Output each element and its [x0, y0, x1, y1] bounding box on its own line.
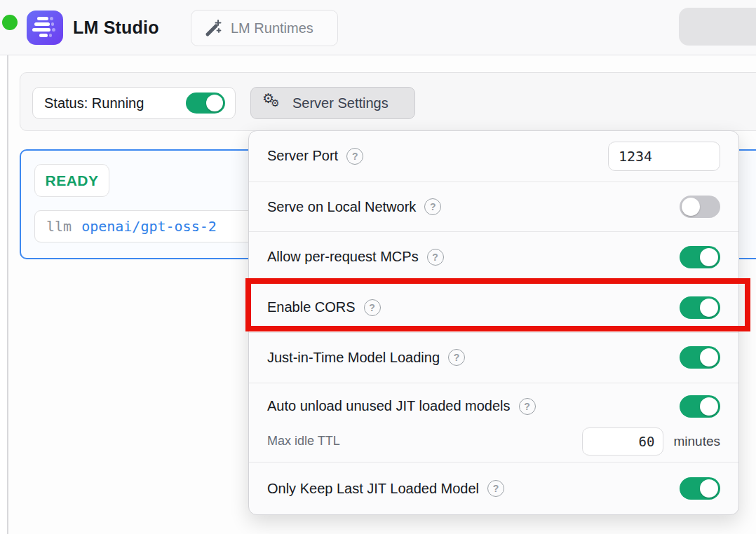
toggle-knob [700, 248, 718, 266]
settings-row: Server Port ? [249, 131, 738, 182]
lm-runtimes-label: LM Runtimes [231, 20, 313, 36]
row-control [680, 296, 720, 319]
gears-icon: ⚙⚙ [262, 93, 283, 114]
row-label: Enable CORS [267, 299, 356, 315]
ready-status-badge: READY [34, 164, 109, 197]
row-label: Allow per-request MCPs [267, 249, 419, 265]
row-control [608, 142, 720, 171]
settings-row: Enable CORS ? [249, 282, 738, 332]
max-idle-ttl-input[interactable] [582, 427, 663, 456]
just-in-time-model-loading-toggle[interactable] [680, 346, 720, 369]
only-keep-last-jit-loaded-model-toggle[interactable] [680, 477, 720, 500]
toggle-knob [206, 95, 223, 111]
model-name-link: openai/gpt-oss-2 [81, 218, 217, 235]
help-icon[interactable]: ? [448, 349, 465, 366]
settings-row: Just-in-Time Model Loading ? [249, 332, 738, 383]
server-status-label: Status: Running [44, 95, 186, 111]
settings-row: Allow per-request MCPs ? [249, 231, 738, 282]
server-port-input[interactable] [608, 142, 720, 171]
settings-row: Only Keep Last JIT Loaded Model ? [249, 462, 738, 514]
sub-label: Max idle TTL [267, 434, 340, 449]
model-type-label: llm [46, 218, 72, 235]
settings-row: Serve on Local Network ? [249, 182, 738, 232]
row-control [680, 346, 720, 369]
settings-row: Auto unload unused JIT loaded models ? M… [249, 383, 738, 463]
toggle-knob [700, 479, 718, 498]
toggle-knob [682, 198, 700, 216]
topbar-right-button[interactable] [679, 8, 756, 46]
help-icon[interactable]: ? [519, 398, 536, 415]
serve-on-local-network-toggle[interactable] [680, 196, 720, 218]
sub-unit-label: minutes [673, 434, 720, 449]
row-control [680, 395, 720, 418]
help-icon[interactable]: ? [364, 299, 381, 316]
app-title: LM Studio [73, 0, 159, 55]
server-settings-label: Server Settings [292, 95, 389, 111]
toggle-knob [700, 348, 718, 367]
help-icon[interactable]: ? [427, 249, 444, 266]
row-label: Only Keep Last JIT Loaded Model [267, 481, 479, 497]
window-control-green-icon[interactable] [2, 15, 18, 30]
row-control [680, 196, 720, 218]
row-label: Server Port [267, 148, 338, 164]
help-icon[interactable]: ? [424, 198, 441, 215]
server-status-toggle[interactable] [186, 93, 225, 114]
server-settings-popover: Server Port ? Serve on Local Network ? A… [248, 130, 739, 515]
row-label: Auto unload unused JIT loaded models [267, 398, 511, 414]
row-control [680, 477, 720, 500]
lm-studio-logo-icon [27, 11, 63, 45]
titlebar: LM Studio LM Runtimes [0, 0, 756, 55]
row-label: Serve on Local Network [267, 199, 416, 215]
help-icon[interactable]: ? [346, 148, 363, 165]
enable-cors-toggle[interactable] [680, 296, 720, 319]
allow-per-request-mcps-toggle[interactable] [680, 246, 720, 268]
magic-wand-icon [204, 19, 222, 37]
row-label: Just-in-Time Model Loading [267, 350, 440, 366]
help-icon[interactable]: ? [487, 480, 504, 497]
server-settings-button[interactable]: ⚙⚙ Server Settings [250, 87, 415, 119]
toggle-knob [700, 397, 718, 416]
row-control [680, 246, 720, 268]
auto-unload-unused-jit-loaded-models-toggle[interactable] [680, 395, 720, 418]
lm-runtimes-button[interactable]: LM Runtimes [191, 10, 338, 46]
server-status-chip: Status: Running [32, 87, 236, 119]
toggle-knob [700, 299, 718, 317]
